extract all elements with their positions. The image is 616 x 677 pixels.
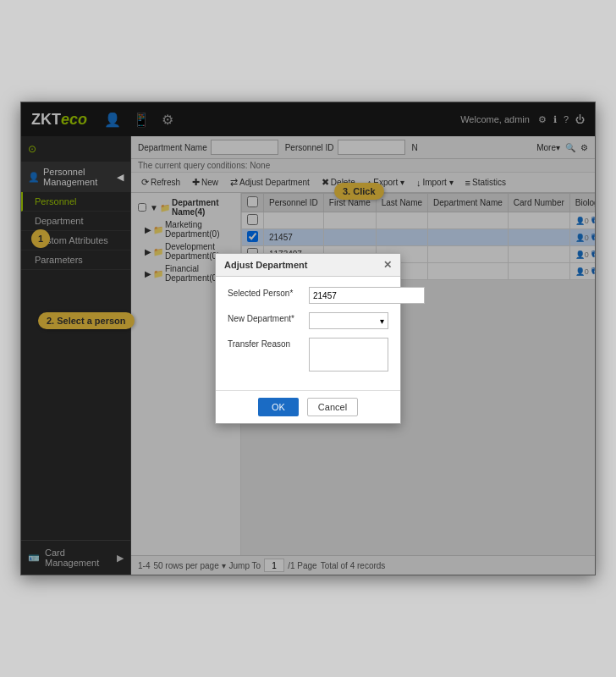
modal-cancel-btn[interactable]: Cancel — [307, 398, 358, 416]
modal-ok-btn[interactable]: OK — [258, 398, 299, 416]
new-dept-row: New Department* ▾ — [228, 312, 388, 329]
selected-person-input[interactable] — [309, 287, 425, 304]
transfer-reason-label: Transfer Reason — [228, 338, 304, 349]
modal-overlay: Adjust Department ✕ Selected Person* New… — [21, 102, 595, 575]
new-dept-label: New Department* — [228, 312, 304, 323]
new-dept-select[interactable]: ▾ — [309, 312, 388, 329]
selected-person-label: Selected Person* — [228, 287, 304, 298]
select-arrow-icon: ▾ — [380, 316, 384, 326]
modal-title: Adjust Department — [224, 260, 307, 270]
modal-body: Selected Person* New Department* ▾ Tra — [216, 277, 400, 390]
adjust-dept-modal: Adjust Department ✕ Selected Person* New… — [215, 253, 401, 424]
transfer-reason-input[interactable] — [309, 338, 388, 372]
modal-close-btn[interactable]: ✕ — [383, 259, 392, 271]
modal-footer: OK Cancel — [216, 390, 400, 423]
app-container: ZKTeco 👤 📱 ⚙ Welcome, admin ⚙ ℹ ? ⏻ ⊙ 👤 — [20, 102, 596, 575]
selected-person-row: Selected Person* — [228, 287, 388, 304]
modal-header: Adjust Department ✕ — [216, 254, 400, 277]
transfer-reason-row: Transfer Reason — [228, 338, 388, 372]
